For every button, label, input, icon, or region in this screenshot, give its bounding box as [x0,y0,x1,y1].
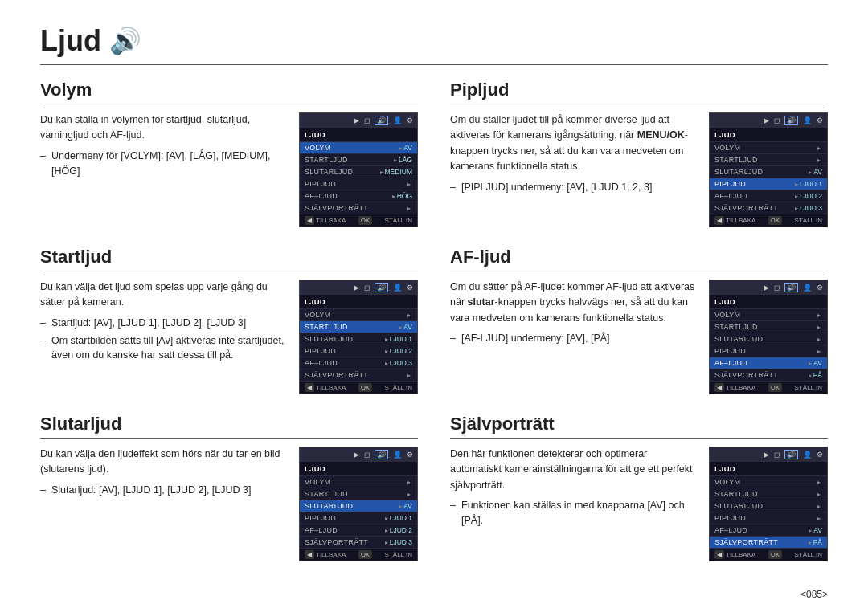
cam-row-arrow-0: ▸ [817,479,821,486]
slutarljud-content: Du kan välja den ljudeffekt som hörs när… [40,447,418,561]
cam-row-label-1: STARTLJUD [714,323,816,331]
cam-row-5: SJÄLVPORTRÄTT ▸ LJUD 3 [300,537,417,549]
cam-row-label-5: SJÄLVPORTRÄTT [305,371,406,379]
sound-icon: 🔊 [784,116,798,125]
cam-row-value-5: LJUD 3 [800,204,822,212]
cam-header-row: LJUD [300,128,417,142]
main-grid: Volym Du kan ställa in volymen för start… [40,80,828,581]
cam-row-arrow-4: ▸ [385,360,388,367]
cam-row-arrow-2: ▸ [817,336,821,343]
cam-row-0: VOLYM ▸ [710,142,827,154]
play-icon: ▶ [764,116,769,124]
cam-row-arrow-5: ▸ [795,205,798,212]
title-text: Ljud [40,24,101,58]
settings-icon: ⚙ [407,116,413,124]
cam-row-value-4: AV [813,526,822,534]
afljud-title: AF-ljud [450,247,828,271]
back-btn: ◀ [305,550,314,559]
cam-row-label-1: STARTLJUD [714,156,816,164]
back-label: TILLBAKA [726,384,755,391]
pipljud-bullets: [PIPLJUD] undermeny: [AV], [LJUD 1, 2, 3… [450,180,699,195]
cam-row-4: AF–LJUD ▸ LJUD 3 [300,357,417,369]
cam-row-arrow-0: ▸ [407,312,411,319]
cam-row-1: STARTLJUD ▸ [710,321,827,333]
cam-row-1: STARTLJUD ▸ [710,488,827,500]
cam-row-5: SJÄLVPORTRÄTT ▸ PÅ [710,537,827,549]
cam-row-4: AF–LJUD ▸ AV [710,524,827,537]
cam-row-1: STARTLJUD ▸ [710,154,827,166]
slutarljud-bullet-1: Slutarljud: [AV], [LJUD 1], [LJUD 2], [L… [40,483,289,498]
ok-btn: OK [358,550,372,559]
cam-row-arrow-0: ▸ [407,479,411,486]
cam-row-arrow-3: ▸ [817,515,821,522]
ok-btn: OK [768,216,782,225]
ok-btn: OK [768,550,782,559]
cam-row-4: AF–LJUD ▸ HÖG [300,190,417,202]
cam-header-label: LJUD [714,297,822,306]
cam-row-0: VOLYM ▸ [710,309,827,321]
movie-icon: ◻ [774,451,780,459]
cam-row-arrow-2: ▸ [817,503,821,510]
volym-bullet-1: Undermeny för [VOLYM]: [AV], [LÅG], [MED… [40,149,289,179]
cam-row-arrow-2: ▸ [399,503,402,510]
movie-icon: ◻ [774,116,780,124]
cam-row-value-1: LÅG [399,156,412,164]
cam-row-0: VOLYM ▸ [300,309,417,321]
cam-row-arrow-5: ▸ [407,205,411,212]
cam-header-label: LJUD [305,464,412,473]
cam-row-value-1: AV [403,323,412,331]
sound-icon: 🔊 [784,283,798,292]
cam-row-4: AF–LJUD ▸ AV [710,357,827,369]
afljud-bold: slutar [468,296,495,308]
ok-btn: OK [358,383,372,392]
back-label: TILLBAKA [316,384,346,391]
back-label: TILLBAKA [316,551,346,558]
back-btn: ◀ [305,383,314,392]
cam-row-4: AF–LJUD ▸ LJUD 2 [710,190,827,202]
cam-row-arrow-0: ▸ [817,312,821,319]
portrait-icon: 👤 [803,451,812,459]
cam-header-label: LJUD [714,464,822,473]
cam-row-arrow-2: ▸ [809,169,812,176]
cam-footer-left: ◀ TILLBAKA [714,383,755,392]
back-label: TILLBAKA [726,217,755,224]
cam-topbar: ▶ ◻ 🔊 👤 ⚙ [710,113,827,128]
cam-row-2: SLUTARLJUD ▸ [710,500,827,512]
volym-menu: ▶ ◻ 🔊 👤 ⚙ LJUD VOLYM ▸ AV STARTLJUD ▸ LÅ… [299,112,418,227]
cam-row-arrow-0: ▸ [399,145,402,152]
cam-header-label: LJUD [305,297,412,306]
slutarljud-title: Slutarljud [40,414,418,439]
cam-row-label-4: AF–LJUD [305,192,391,200]
afljud-bullet-1: [AF-LJUD] undermeny: [AV], [PÅ] [450,331,699,346]
cam-row-1: STARTLJUD ▸ [300,488,417,500]
cam-row-label-1: STARTLJUD [305,323,397,331]
movie-icon: ◻ [364,451,370,459]
cam-row-arrow-5: ▸ [407,372,411,379]
cam-row-label-2: SLUTARLJUD [714,335,816,343]
pipljud-bold: MENU/OK [637,129,685,141]
cam-footer-left: ◀ TILLBAKA [305,383,346,392]
cam-topbar: ▶ ◻ 🔊 👤 ⚙ [710,280,827,295]
cam-row-label-2: SLUTARLJUD [305,335,383,343]
cam-row-arrow-1: ▸ [399,324,402,331]
pipljud-menu: ▶ ◻ 🔊 👤 ⚙ LJUD VOLYM ▸ STARTLJUD ▸ SLUTA… [709,112,828,227]
cam-row-label-4: AF–LJUD [714,359,807,367]
cam-row-value-4: LJUD 2 [800,192,822,200]
volym-text: Du kan ställa in volymen för startljud, … [40,112,289,181]
cam-row-label-2: SLUTARLJUD [305,168,379,176]
portrait-icon: 👤 [803,284,812,292]
cam-row-value-5: LJUD 3 [390,538,412,546]
back-label: TILLBAKA [316,217,346,224]
section-volym: Volym Du kan ställa in volymen för start… [40,80,418,227]
cam-row-value-2: MEDIUM [385,168,412,176]
section-pipljud: Pipljud Om du ställer ljudet till på kom… [450,80,828,227]
cam-row-label-4: AF–LJUD [714,526,807,534]
cam-row-label-0: VOLYM [305,478,406,486]
sjalvportrait-text: Den här funktionen detekterar och optime… [450,447,699,531]
cam-row-3: PIPLJUD ▸ LJUD 1 [710,178,827,190]
cam-row-2: SLUTARLJUD ▸ AV [710,166,827,178]
slutarljud-menu: ▶ ◻ 🔊 👤 ⚙ LJUD VOLYM ▸ STARTLJUD ▸ SLUTA… [299,447,418,561]
back-label: TILLBAKA [726,551,755,558]
ok-label: OK [358,384,372,391]
cam-row-label-3: PIPLJUD [305,347,383,355]
